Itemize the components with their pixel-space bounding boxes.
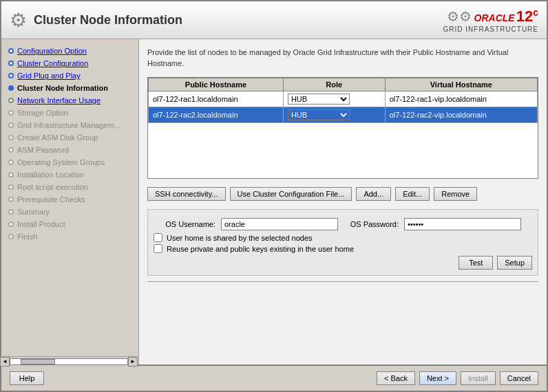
setup-button[interactable]: Setup <box>497 256 532 270</box>
checkbox-reuse-keys[interactable] <box>154 244 162 253</box>
cell-virtual-hostname-1: ol7-122-rac1-vip.localdomain <box>385 91 537 107</box>
description-text: Provide the list of nodes to be managed … <box>147 47 538 69</box>
bullet-osg <box>8 160 14 165</box>
sidebar-item-storage-option: Storage Option <box>1 107 138 119</box>
scroll-track <box>10 358 128 365</box>
table-empty-area <box>148 123 538 178</box>
sidebar-item-finish: Finish <box>1 230 138 243</box>
sidebar-item-root-script: Root script execution <box>1 181 138 193</box>
bullet-done-2 <box>8 61 14 66</box>
sidebar-item-configuration-option[interactable]: Configuration Option <box>1 45 138 57</box>
add-button[interactable]: Add... <box>356 187 391 201</box>
bullet-ni <box>8 98 14 103</box>
oracle-brand-text: ORACLE <box>474 12 515 23</box>
bullet-done-3 <box>8 73 14 78</box>
cell-public-hostname-2: ol7-122-rac2.localdomain <box>149 107 284 123</box>
bullet-fin <box>8 234 14 239</box>
sidebar-label-cluster-configuration: Cluster Configuration <box>17 59 88 67</box>
sidebar-label-asm-password: ASM Password <box>17 146 69 154</box>
sidebar-label-root-script: Root script execution <box>17 183 88 191</box>
os-username-label: OS Username: <box>154 220 215 228</box>
test-setup-row: Test Setup <box>154 256 532 270</box>
checkbox-shared-home-label: User home is shared by the selected node… <box>167 234 313 242</box>
scroll-thumb[interactable] <box>21 359 55 364</box>
table-row[interactable]: ol7-122-rac1.localdomain HUB LEAF ol7-12… <box>149 91 538 107</box>
cell-role-2[interactable]: HUB LEAF <box>283 107 385 123</box>
use-cluster-config-button[interactable]: Use Cluster Configuration File... <box>230 187 352 201</box>
remove-button[interactable]: Remove <box>434 187 477 201</box>
page-title: Cluster Node Information <box>34 13 182 28</box>
bullet-gi <box>8 122 14 128</box>
oracle-logo: ⚙⚙ ORACLE 12c GRID INFRASTRUCTURE <box>443 7 538 33</box>
sidebar-label-cluster-node-information: Cluster Node Information <box>17 84 108 92</box>
cell-virtual-hostname-2: ol7-122-rac2-vip.localdomain <box>385 107 537 123</box>
sidebar-label-installation-location: Installation Location <box>17 171 84 179</box>
sidebar-label-create-asm: Create ASM Disk Group <box>17 133 98 142</box>
sidebar-item-create-asm: Create ASM Disk Group <box>1 131 138 144</box>
bullet-ip <box>8 221 14 227</box>
checkbox-shared-home-row: User home is shared by the selected node… <box>154 233 532 242</box>
bullet-sum <box>8 209 14 215</box>
bullet-done <box>8 48 14 54</box>
main-panel: Provide the list of nodes to be managed … <box>139 39 547 364</box>
gear-icon-2: ⚙⚙ <box>447 8 472 25</box>
footer: Help < Back Next > Install Cancel <box>1 364 547 391</box>
main-window: ⚙ Cluster Node Information ⚙⚙ ORACLE 12c… <box>0 0 548 392</box>
sidebar-label-prerequisite: Prerequisite Checks <box>17 195 85 204</box>
sidebar-item-grid-plug-and-play[interactable]: Grid Plug and Play <box>1 69 138 82</box>
col-header-role: Role <box>283 78 385 91</box>
checkbox-reuse-keys-row: Reuse private and public keys existing i… <box>154 244 532 253</box>
header: ⚙ Cluster Node Information ⚙⚙ ORACLE 12c… <box>1 1 547 39</box>
table-row[interactable]: ol7-122-rac2.localdomain HUB LEAF ol7-12… <box>149 107 538 123</box>
oracle-subtitle: GRID INFRASTRUCTURE <box>443 25 538 33</box>
sidebar-label-install-product: Install Product <box>17 220 65 228</box>
checkbox-reuse-keys-label: Reuse private and public keys existing i… <box>167 245 354 253</box>
sidebar-label-os-groups: Operating System Groups <box>17 158 105 166</box>
sidebar-label-storage-option: Storage Option <box>17 109 68 117</box>
sidebar-label-grid-infrastructure: Grid Infrastructure Managem... <box>17 121 120 129</box>
bullet-pre <box>8 197 14 202</box>
ssh-connectivity-button[interactable]: SSH connectivity... <box>147 187 226 201</box>
sidebar: Configuration Option Cluster Configurati… <box>1 39 139 364</box>
help-button[interactable]: Help <box>10 371 44 385</box>
os-username-input[interactable] <box>221 218 338 230</box>
test-button[interactable]: Test <box>459 256 493 270</box>
install-button[interactable]: Install <box>461 371 496 385</box>
sidebar-item-cluster-configuration[interactable]: Cluster Configuration <box>1 57 138 69</box>
scroll-left-arrow[interactable]: ◄ <box>1 357 10 365</box>
edit-button[interactable]: Edit... <box>395 187 430 201</box>
bullet-il <box>8 172 14 177</box>
os-username-row: OS Username: OS Password: <box>154 218 532 230</box>
bullet-rs <box>8 184 14 190</box>
bullet-active <box>8 85 14 91</box>
checkbox-shared-home[interactable] <box>154 233 162 242</box>
sidebar-label-network-interface-usage: Network Interface Usage <box>17 96 101 105</box>
sidebar-item-install-product: Install Product <box>1 218 138 230</box>
sidebar-item-summary: Summary <box>1 206 138 218</box>
content-area: Configuration Option Cluster Configurati… <box>1 39 547 364</box>
credentials-form: OS Username: OS Password: User home is s… <box>147 209 538 276</box>
role-select-2[interactable]: HUB LEAF <box>288 109 350 120</box>
cell-public-hostname-1: ol7-122-rac1.localdomain <box>149 91 284 107</box>
back-button[interactable]: < Back <box>377 371 415 385</box>
sidebar-label-configuration-option: Configuration Option <box>17 47 87 55</box>
next-button[interactable]: Next > <box>419 371 456 385</box>
bottom-area <box>147 281 538 309</box>
sidebar-item-os-groups: Operating System Groups <box>1 156 138 168</box>
sidebar-item-cluster-node-information[interactable]: Cluster Node Information <box>1 82 138 94</box>
bullet-asmp <box>8 147 14 153</box>
gear-icon: ⚙ <box>10 9 27 32</box>
sidebar-scrollbar[interactable]: ◄ ► <box>1 356 138 364</box>
sidebar-label-summary: Summary <box>17 208 50 216</box>
scroll-right-arrow[interactable]: ► <box>128 357 138 365</box>
node-table: Public Hostname Role Virtual Hostname ol… <box>148 78 538 123</box>
cell-role-1[interactable]: HUB LEAF <box>283 91 385 107</box>
sidebar-item-grid-infrastructure: Grid Infrastructure Managem... <box>1 119 138 131</box>
sidebar-item-network-interface-usage[interactable]: Network Interface Usage <box>1 94 138 107</box>
sidebar-label-finish: Finish <box>17 232 37 241</box>
node-table-container: Public Hostname Role Virtual Hostname ol… <box>147 77 538 179</box>
os-password-input[interactable] <box>404 218 521 230</box>
role-select-1[interactable]: HUB LEAF <box>288 94 350 105</box>
sidebar-item-prerequisite: Prerequisite Checks <box>1 193 138 206</box>
cancel-button[interactable]: Cancel <box>500 371 538 385</box>
